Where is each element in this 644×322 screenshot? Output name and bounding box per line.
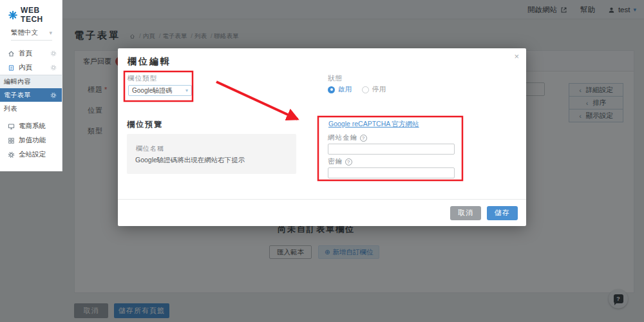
app-window: 開啟網站 幫助 test ▾ 電子表單 內頁 電子表單 列表 聯絡表單 客戶回 [0,0,644,322]
sidebar-item-list[interactable]: 列表 [0,102,62,115]
brand-name: WEB TECH [21,6,62,24]
recaptcha-official-link[interactable]: Google reCAPTCHA 官方網站 [328,120,419,129]
field-type-value: Google驗證碼 [132,86,172,95]
secret-key-input[interactable] [328,167,455,178]
status-radio-group: 啟用 停用 [328,85,386,94]
field-type-select[interactable]: Google驗證碼 ▾ [128,85,192,96]
preview-field-name: 欄位名稱 [136,144,164,153]
monitor-icon [8,123,15,130]
field-type-label: 欄位類型 [128,74,157,83]
modal-save-button[interactable]: 儲存 [487,206,518,220]
chevron-down-icon: ▾ [185,88,188,93]
sidebar-item-home[interactable]: 首頁 [0,46,62,61]
sidebar-nav: 首頁 內頁 編輯內容 電子表單 列表 電商系統 [0,46,62,162]
field-preview-box: 欄位名稱 Google驗證碼將出現在網站右下提示 [127,134,296,174]
site-key-input[interactable] [328,144,455,155]
field-edit-modal: × 欄位編輯 欄位類型 Google驗證碼 ▾ 狀態 啟用 停用 欄位預覽 欄位… [118,48,526,226]
brand-logo[interactable]: WEB TECH [0,0,62,24]
status-label: 狀態 [328,74,343,83]
radio-unselected-icon [362,86,369,93]
language-selector[interactable]: 繁體中文 ▾ [11,28,52,41]
gear-icon [8,151,15,158]
radio-selected-icon [328,86,335,93]
document-icon [8,64,15,71]
chevron-down-icon: ▾ [49,30,52,36]
preview-hint-text: Google驗證碼將出現在網站右下提示 [135,156,245,165]
sidebar-item-edit-content[interactable]: 編輯內容 [0,75,62,88]
secret-key-label: 密鑰 ? [328,157,352,166]
gear-icon[interactable] [50,64,57,71]
modal-cancel-button[interactable]: 取消 [450,206,481,220]
status-disabled-radio[interactable]: 停用 [362,85,386,94]
sidebar: WEB TECH 繁體中文 ▾ 首頁 內頁 編輯內容 電子表單 [0,0,62,171]
status-enabled-radio[interactable]: 啟用 [328,85,352,94]
site-key-label: 網站金鑰 ? [328,133,367,142]
close-icon[interactable]: × [514,52,519,61]
field-preview-title: 欄位預覽 [127,119,163,130]
question-circle-icon[interactable]: ? [345,158,352,166]
sidebar-item-addons[interactable]: 加值功能 [0,133,62,147]
home-icon [8,50,15,57]
asterisk-logo-icon [8,10,17,20]
modal-title: 欄位編輯 [128,56,171,68]
modal-footer: 取消 儲存 [118,199,526,226]
sidebar-item-site-settings[interactable]: 全站設定 [0,147,62,162]
gear-icon[interactable] [50,92,57,99]
grid-icon [8,137,15,144]
sidebar-item-ecommerce[interactable]: 電商系統 [0,119,62,133]
sidebar-item-inner-pages[interactable]: 內頁 [0,61,62,75]
question-circle-icon[interactable]: ? [360,135,367,142]
sidebar-item-electronic-form[interactable]: 電子表單 [0,88,62,102]
gear-icon[interactable] [50,50,57,57]
